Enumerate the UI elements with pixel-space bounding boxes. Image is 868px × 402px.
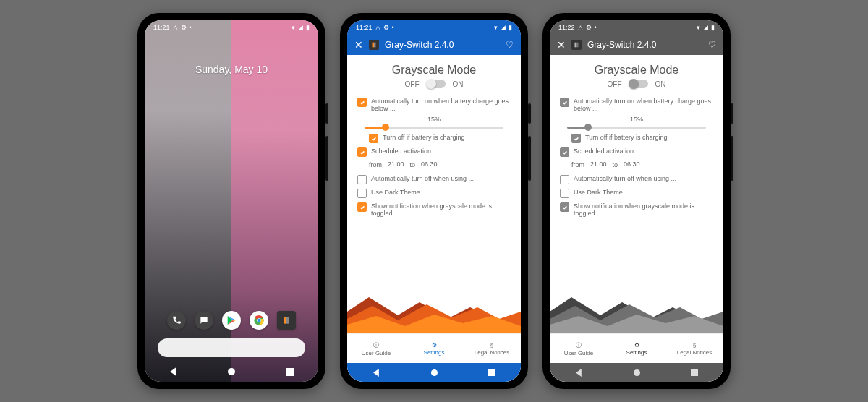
svg-point-14 [634,369,640,376]
master-switch[interactable] [629,80,648,88]
nav-settings[interactable]: ⚙ Settings [405,334,463,363]
nav-user-guide[interactable]: ⓘ User Guide [550,334,608,363]
nav-legal[interactable]: § Legal Notices [665,334,723,363]
gear-icon: ⚙ [586,24,592,31]
nav-recent[interactable] [488,368,496,377]
phone-app-grayscale: 11:22 △ ⚙ • ▾◢▮ ✕ Gray-Switch 2.4.0 ♡ Gr… [542,13,731,389]
checkbox-icon[interactable] [357,98,367,107]
off-label: OFF [608,80,622,88]
checkbox-icon[interactable] [560,189,569,198]
nav-back[interactable] [372,368,380,377]
battery-pct: 15% [630,116,643,123]
opt-charging[interactable]: Turn off if battery is charging [550,132,723,145]
battery-slider[interactable] [365,127,503,129]
checkbox-icon[interactable] [560,202,569,212]
power-button [326,103,328,124]
nav-recent[interactable] [690,368,699,377]
svg-rect-11 [488,369,495,376]
opt-autooff[interactable]: Automatically turn off when using ... [550,173,723,187]
checkbox-icon[interactable] [357,147,367,157]
svg-rect-8 [373,43,375,48]
warning-icon: △ [375,24,380,31]
dot-icon: • [392,24,394,31]
opt-charging[interactable]: Turn off if battery is charging [347,132,521,145]
nav-home[interactable] [632,368,641,377]
opt-darktheme-label: Use Dark Theme [574,189,623,196]
checkbox-icon[interactable] [571,134,581,143]
dot-icon: • [190,24,192,31]
nav-home[interactable] [430,368,438,377]
checkbox-icon[interactable] [560,98,569,107]
opt-battery[interactable]: Automatically turn on when battery charg… [347,95,521,114]
gear-icon: ⚙ [181,24,187,31]
svg-rect-4 [284,317,287,323]
svg-rect-15 [691,369,698,376]
svg-rect-13 [576,43,579,48]
opt-darktheme[interactable]: Use Dark Theme [347,187,521,200]
time-from[interactable]: 21:00 [386,161,406,168]
nav-guide-label: User Guide [564,350,593,356]
time-from[interactable]: 21:00 [589,161,608,168]
opt-schedule[interactable]: Scheduled activation ... [347,145,521,159]
signal-icon: ◢ [298,24,303,31]
bottom-nav: ⓘ User Guide ⚙ Settings § Legal Notices [550,333,723,363]
app-logo-icon [369,40,379,50]
close-icon[interactable]: ✕ [354,39,363,51]
opt-notification[interactable]: Show notification when grayscale mode is… [347,200,521,219]
opt-notification[interactable]: Show notification when grayscale mode is… [550,200,723,219]
app-title: Gray-Switch 2.4.0 [385,40,500,50]
checkbox-icon[interactable] [560,147,569,157]
checkbox-icon[interactable] [357,175,367,184]
heart-icon[interactable]: ♡ [506,40,514,50]
checkbox-icon[interactable] [357,202,367,212]
opt-darktheme-label: Use Dark Theme [371,189,420,196]
app-chrome[interactable] [250,311,268,330]
page-heading: Grayscale Mode [347,64,521,77]
settings-content: Grayscale Mode OFF ON Automatically turn… [347,55,521,382]
heart-icon[interactable]: ♡ [708,40,716,50]
app-gray-switch[interactable] [277,311,296,330]
checkbox-icon[interactable] [357,189,367,198]
nav-legal-label: Legal Notices [475,349,509,356]
wifi-icon: ▾ [494,24,498,31]
gear-icon: ⚙ [383,24,389,31]
time-to[interactable]: 06:30 [622,161,642,168]
opt-schedule-label: Scheduled activation ... [371,147,438,155]
nav-home[interactable] [227,367,236,376]
nav-settings[interactable]: ⚙ Settings [608,334,665,363]
bottom-nav: ⓘ User Guide ⚙ Settings § Legal Notices [347,333,521,363]
app-phone[interactable] [167,311,186,330]
opt-autooff[interactable]: Automatically turn off when using ... [347,173,521,187]
nav-legal-label: Legal Notices [677,349,712,356]
nav-recent[interactable] [285,367,294,376]
nav-user-guide[interactable]: ⓘ User Guide [347,334,405,363]
status-bar: 11:21 △ ⚙ • ▾ ◢ ▮ [145,20,318,35]
decorative-mountains [550,219,723,333]
svg-point-10 [431,369,438,376]
nav-legal[interactable]: § Legal Notices [463,334,521,363]
nav-back[interactable] [169,367,178,376]
app-play-store[interactable] [222,311,241,330]
opt-schedule[interactable]: Scheduled activation ... [550,145,723,159]
screen-app-color: 11:21 △ ⚙ • ▾◢▮ ✕ Gray-Switch 2.4.0 ♡ Gr… [347,20,521,382]
settings-content: Grayscale Mode OFF ON Automatically turn… [550,55,723,382]
nav-back[interactable] [574,368,583,377]
nav-settings-label: Settings [626,349,647,356]
phone-app-color: 11:21 △ ⚙ • ▾◢▮ ✕ Gray-Switch 2.4.0 ♡ Gr… [340,13,528,389]
phone-home: 11:21 △ ⚙ • ▾ ◢ ▮ Sunday, May 10 [137,13,326,389]
checkbox-icon[interactable] [560,175,569,184]
time-to[interactable]: 06:30 [420,161,439,168]
section-icon: § [693,342,696,348]
opt-autooff-label: Automatically turn off when using ... [574,175,676,182]
master-switch[interactable] [427,80,446,88]
battery-slider[interactable] [567,127,706,129]
info-icon: ⓘ [373,341,379,349]
app-messages[interactable] [195,311,213,330]
search-bar[interactable] [158,338,305,357]
app-title: Gray-Switch 2.4.0 [587,40,702,50]
close-icon[interactable]: ✕ [557,39,566,51]
opt-battery[interactable]: Automatically turn on when battery charg… [550,95,723,114]
checkbox-icon[interactable] [369,134,378,143]
opt-darktheme[interactable]: Use Dark Theme [550,187,723,200]
screen-app-grayscale: 11:22 △ ⚙ • ▾◢▮ ✕ Gray-Switch 2.4.0 ♡ Gr… [550,20,723,382]
